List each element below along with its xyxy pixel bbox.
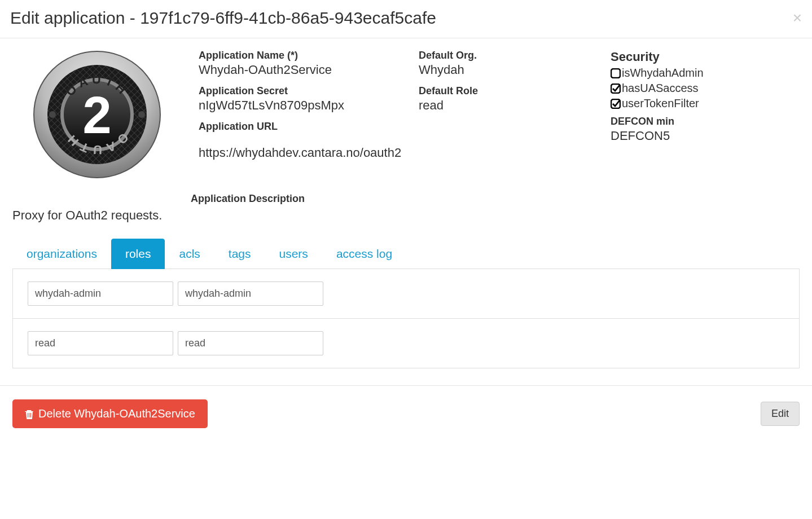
app-description-value: Proxy for OAuth2 requests. xyxy=(12,208,800,223)
app-logo-column: OAUTH OAUTH 2 xyxy=(12,50,182,179)
tabs: organizations roles acls tags users acce… xyxy=(12,239,800,269)
modal-title: Edit application - 197f1c79-6ff9-41cb-86… xyxy=(10,8,436,28)
modal-footer: Delete Whydah-OAuth2Service Edit xyxy=(0,385,812,442)
tab-access-log[interactable]: access log xyxy=(322,239,406,269)
security-heading: Security xyxy=(611,50,729,64)
tab-organizations[interactable]: organizations xyxy=(12,239,111,269)
trash-icon xyxy=(25,409,34,419)
modal-header: Edit application - 197f1c79-6ff9-41cb-86… xyxy=(0,0,812,38)
modal-body: OAUTH OAUTH 2 Application Name (*) Whyda… xyxy=(0,38,812,385)
tab-acls[interactable]: acls xyxy=(165,239,214,269)
role-value-input[interactable] xyxy=(178,282,323,306)
svg-point-10 xyxy=(138,111,145,118)
app-description-label: Application Description xyxy=(191,193,800,205)
app-secret-value: nIgWd57tLsVn8709psMpx xyxy=(199,98,385,113)
defcon-value: DEFCON5 xyxy=(611,129,729,143)
iswhydahadmin-label: isWhydahAdmin xyxy=(622,67,704,80)
role-value-input[interactable] xyxy=(178,331,323,355)
oauth2-logo-icon: OAUTH OAUTH 2 xyxy=(32,50,162,179)
checked-icon xyxy=(611,99,621,109)
security-section: Security isWhydahAdmin hasUASaccess user… xyxy=(611,50,729,143)
tab-tags[interactable]: tags xyxy=(214,239,265,269)
tab-roles[interactable]: roles xyxy=(111,239,165,269)
role-name-input[interactable] xyxy=(28,331,173,355)
unchecked-icon xyxy=(611,68,621,78)
app-url-label: Application URL xyxy=(199,121,385,133)
svg-point-9 xyxy=(49,111,56,118)
tab-content xyxy=(12,269,800,368)
role-name-input[interactable] xyxy=(28,282,173,306)
hasuasaccess-label: hasUASaccess xyxy=(622,82,699,95)
role-row xyxy=(13,319,799,368)
edit-button[interactable]: Edit xyxy=(761,402,800,426)
default-role-value: read xyxy=(419,98,577,113)
default-org-value: Whydah xyxy=(419,63,577,77)
app-url-value: https://whydahdev.cantara.no/oauth2 xyxy=(199,146,800,160)
defcon-label: DEFCON min xyxy=(611,116,729,127)
app-details: Application Name (*) Whydah-OAuth2Servic… xyxy=(199,50,800,179)
usertokenfilter-label: userTokenFilter xyxy=(622,97,699,110)
delete-button[interactable]: Delete Whydah-OAuth2Service xyxy=(12,399,208,428)
app-name-value: Whydah-OAuth2Service xyxy=(199,63,385,77)
app-name-label: Application Name (*) xyxy=(199,50,385,61)
svg-text:2: 2 xyxy=(82,86,111,144)
app-info: OAUTH OAUTH 2 Application Name (*) Whyda… xyxy=(12,50,800,179)
app-secret-label: Application Secret xyxy=(199,85,385,97)
checked-icon xyxy=(611,83,621,94)
delete-button-label: Delete Whydah-OAuth2Service xyxy=(38,407,195,420)
close-icon[interactable]: × xyxy=(793,10,802,26)
svg-rect-11 xyxy=(611,69,620,78)
default-role-label: Default Role xyxy=(419,85,577,97)
tab-users[interactable]: users xyxy=(265,239,322,269)
default-org-label: Default Org. xyxy=(419,50,577,61)
role-row xyxy=(13,269,799,319)
